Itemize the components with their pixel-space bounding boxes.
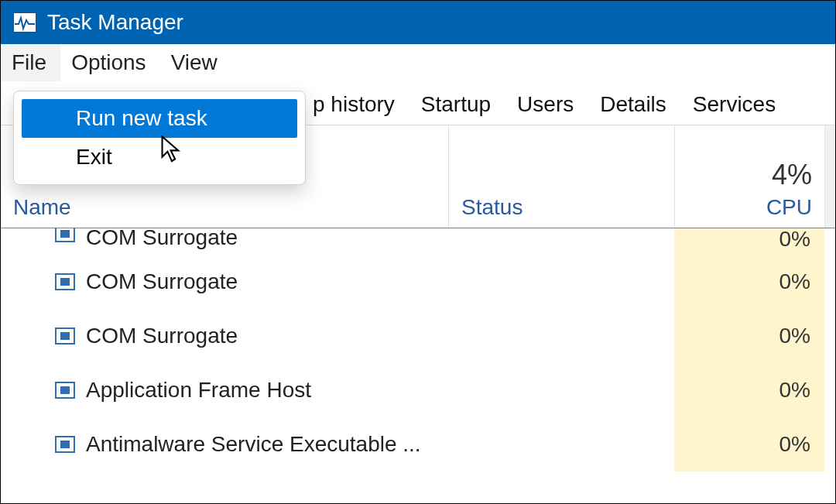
process-name: COM Surrogate bbox=[86, 228, 238, 250]
menubar: File Options View bbox=[1, 44, 835, 81]
process-name: COM Surrogate bbox=[86, 269, 238, 294]
task-manager-window: Task Manager File Options View p history… bbox=[0, 0, 836, 504]
vertical-scrollbar[interactable] bbox=[824, 125, 835, 228]
table-row[interactable]: COM Surrogate 0% bbox=[1, 309, 835, 363]
process-icon bbox=[55, 382, 75, 399]
process-icon bbox=[55, 228, 75, 242]
titlebar: Task Manager bbox=[1, 1, 835, 44]
menu-run-new-task[interactable]: Run new task bbox=[22, 99, 297, 138]
process-icon bbox=[55, 273, 75, 290]
process-cpu: 0% bbox=[674, 309, 824, 363]
column-cpu[interactable]: 4% CPU bbox=[674, 125, 824, 228]
menu-options[interactable]: Options bbox=[60, 44, 160, 81]
process-name: COM Surrogate bbox=[86, 324, 238, 348]
table-row[interactable]: COM Surrogate 0% bbox=[1, 228, 835, 255]
process-name: Application Frame Host bbox=[86, 378, 311, 403]
process-list: COM Surrogate 0% COM Surrogate 0% COM Su… bbox=[1, 228, 835, 503]
menu-view[interactable]: View bbox=[160, 44, 231, 81]
task-manager-icon bbox=[13, 12, 36, 33]
table-row[interactable]: COM Surrogate 0% bbox=[1, 255, 835, 309]
table-row[interactable]: Antimalware Service Executable ... 0% bbox=[1, 417, 835, 471]
column-status-label: Status bbox=[461, 195, 662, 220]
tab-details[interactable]: Details bbox=[587, 87, 680, 125]
window-title: Task Manager bbox=[47, 10, 183, 35]
menu-exit[interactable]: Exit bbox=[22, 138, 297, 177]
process-icon bbox=[55, 436, 75, 453]
table-row[interactable]: Application Frame Host 0% bbox=[1, 363, 835, 417]
menu-file[interactable]: File bbox=[1, 44, 60, 81]
column-name-label: Name bbox=[13, 195, 436, 220]
process-cpu: 0% bbox=[674, 417, 824, 471]
column-cpu-label: CPU bbox=[766, 195, 812, 220]
tab-users[interactable]: Users bbox=[504, 87, 587, 125]
column-status[interactable]: Status bbox=[448, 125, 674, 228]
tab-app-history-partial[interactable]: p history bbox=[309, 87, 408, 125]
process-cpu: 0% bbox=[674, 255, 824, 309]
process-name: Antimalware Service Executable ... bbox=[86, 432, 421, 457]
cpu-total-value: 4% bbox=[772, 159, 812, 195]
process-cpu: 0% bbox=[674, 363, 824, 417]
process-cpu: 0% bbox=[674, 228, 824, 255]
file-menu-dropdown: Run new task Exit bbox=[13, 91, 306, 185]
tab-startup[interactable]: Startup bbox=[408, 87, 504, 125]
process-icon bbox=[55, 327, 75, 345]
tab-services[interactable]: Services bbox=[680, 87, 789, 125]
